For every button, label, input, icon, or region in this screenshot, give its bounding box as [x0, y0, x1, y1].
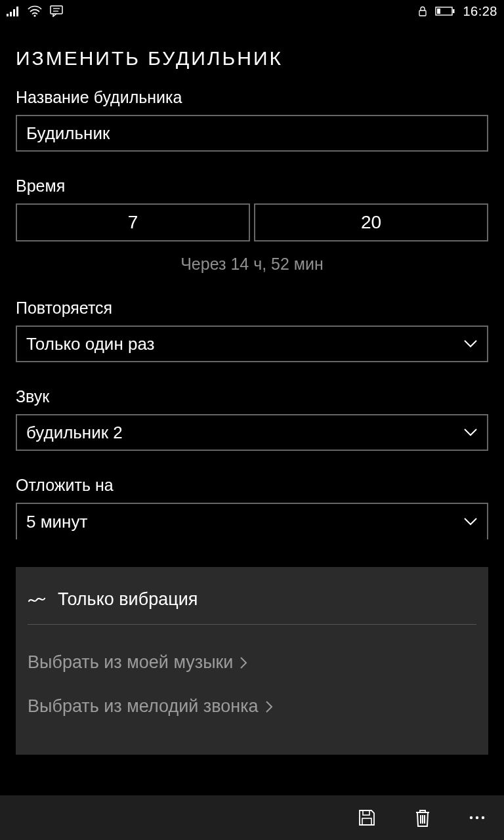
svg-point-17 [470, 816, 472, 819]
svg-rect-12 [363, 810, 369, 815]
chevron-right-icon [265, 700, 273, 713]
svg-rect-1 [10, 12, 12, 16]
sound-dropdown[interactable]: будильник 2 [16, 414, 488, 451]
snooze-section: Отложить на 5 минут [16, 476, 488, 539]
vibrate-icon [28, 592, 46, 608]
time-hours-value: 7 [128, 212, 138, 233]
time-minutes-picker[interactable]: 20 [254, 203, 488, 242]
status-time: 16:28 [463, 4, 497, 19]
svg-rect-11 [437, 9, 440, 14]
svg-rect-0 [7, 14, 9, 16]
snooze-value: 5 минут [26, 512, 463, 532]
save-button[interactable] [357, 808, 377, 828]
svg-rect-13 [362, 818, 371, 825]
snooze-dropdown[interactable]: 5 минут [16, 503, 488, 539]
time-minutes-value: 20 [361, 212, 381, 233]
time-hours-picker[interactable]: 7 [16, 203, 250, 242]
divider [28, 624, 476, 625]
sound-picker-panel: Только вибрация Выбрать из моей музыки В… [16, 567, 488, 755]
time-section: Время 7 20 Через 14 ч, 52 мин [16, 177, 488, 274]
menu-item-label: Выбрать из мелодий звонка [28, 696, 259, 717]
chevron-down-icon [463, 428, 478, 437]
repeat-label: Повторяется [16, 299, 488, 318]
alarm-name-label: Название будильника [16, 88, 488, 107]
status-bar: 16:28 [0, 0, 504, 22]
svg-rect-2 [13, 9, 15, 16]
chevron-down-icon [463, 517, 478, 526]
battery-icon [435, 7, 455, 16]
sound-value: будильник 2 [26, 423, 463, 443]
time-remaining-text: Через 14 ч, 52 мин [16, 255, 488, 274]
svg-point-18 [476, 816, 478, 819]
menu-item-label: Только вибрация [58, 589, 198, 610]
chevron-right-icon [240, 656, 247, 669]
menu-item-from-ringtones[interactable]: Выбрать из мелодий звонка [28, 684, 476, 728]
rotation-lock-icon [418, 6, 427, 16]
chevron-down-icon [463, 339, 478, 348]
alarm-name-section: Название будильника [16, 88, 488, 152]
menu-item-label: Выбрать из моей музыки [28, 652, 233, 673]
sound-label: Звук [16, 387, 488, 406]
message-icon [50, 5, 63, 17]
svg-rect-10 [453, 9, 455, 13]
time-label: Время [16, 177, 488, 196]
app-bar [0, 795, 504, 840]
repeat-value: Только один раз [26, 334, 463, 354]
svg-rect-5 [51, 6, 62, 14]
wifi-icon [28, 5, 42, 17]
more-button[interactable] [469, 815, 486, 820]
alarm-name-input[interactable] [16, 115, 488, 152]
menu-item-from-music[interactable]: Выбрать из моей музыки [28, 640, 476, 684]
repeat-section: Повторяется Только один раз [16, 299, 488, 362]
repeat-dropdown[interactable]: Только один раз [16, 326, 488, 362]
page-title: ИЗМЕНИТЬ БУДИЛЬНИК [16, 47, 488, 70]
delete-button[interactable] [413, 807, 432, 828]
svg-point-4 [33, 14, 35, 16]
svg-point-19 [482, 816, 484, 819]
sound-section: Звук будильник 2 [16, 387, 488, 451]
snooze-label: Отложить на [16, 476, 488, 495]
menu-item-vibrate-only[interactable]: Только вибрация [28, 585, 476, 624]
signal-icon [7, 6, 20, 16]
svg-rect-8 [419, 10, 426, 16]
svg-rect-3 [16, 7, 18, 16]
